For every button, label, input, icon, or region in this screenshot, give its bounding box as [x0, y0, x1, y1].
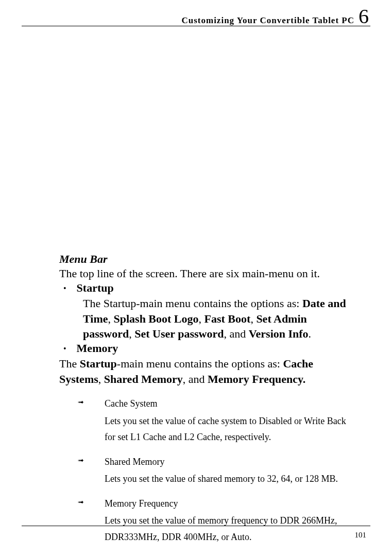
shared-title: Shared Memory: [105, 454, 356, 470]
memory-frequency-item: ➟ Memory Frequency Lets you set the valu…: [78, 496, 356, 546]
cache-desc: Lets you set the value of cache system t…: [105, 413, 356, 446]
cache-system-item: ➟ Cache System Lets you set the value of…: [78, 396, 356, 446]
arrow-icon: ➟: [78, 454, 84, 487]
freq-title: Memory Frequency: [105, 496, 356, 512]
startup-label: Startup: [77, 281, 114, 295]
arrow-icon: ➟: [78, 396, 84, 446]
cache-title: Cache System: [105, 396, 356, 412]
header-title: Customizing Your Convertible Tablet PC: [181, 15, 354, 26]
memory-description: The Startup-main menu contains the optio…: [59, 356, 356, 386]
shared-desc: Lets you set the value of shared memory …: [105, 471, 356, 487]
shared-memory-item: ➟ Shared Memory Lets you set the value o…: [78, 454, 356, 487]
bullet-icon: •: [63, 281, 66, 296]
header-divider: [22, 26, 370, 26]
freq-desc: Lets you set the value of memory frequen…: [105, 513, 356, 545]
section-heading: Menu Bar: [59, 253, 356, 266]
bullet-icon: •: [63, 342, 66, 356]
page-content: Menu Bar The top line of the screen. The…: [59, 253, 356, 553]
startup-description: The Startup-main menu contains the optio…: [83, 296, 356, 342]
startup-bullet: • Startup: [59, 281, 356, 296]
memory-label: Memory: [77, 342, 118, 355]
section-intro: The top line of the screen. There are si…: [59, 267, 356, 280]
memory-bullet: • Memory: [59, 342, 356, 356]
page-header: Customizing Your Convertible Tablet PC 6: [181, 4, 369, 28]
page-number: 101: [355, 531, 367, 540]
chapter-number: 6: [359, 4, 369, 28]
footer-divider: [22, 526, 370, 526]
arrow-icon: ➟: [78, 496, 84, 546]
